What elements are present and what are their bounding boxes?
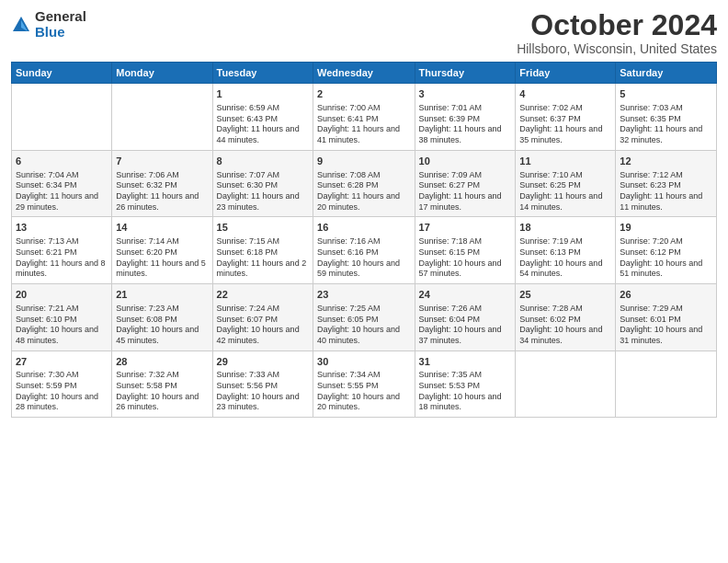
day-number: 19 — [620, 221, 712, 235]
calendar-cell — [112, 84, 212, 151]
calendar-cell — [616, 350, 717, 418]
calendar-cell: 20Sunrise: 7:21 AM Sunset: 6:10 PM Dayli… — [12, 283, 112, 350]
calendar-cell: 12Sunrise: 7:12 AM Sunset: 6:23 PM Dayli… — [616, 150, 717, 217]
header-saturday: Saturday — [616, 63, 717, 84]
day-info: Sunrise: 7:03 AM Sunset: 6:35 PM Dayligh… — [620, 103, 712, 146]
header-thursday: Thursday — [415, 63, 516, 84]
logo: General Blue — [11, 9, 86, 40]
calendar-cell: 17Sunrise: 7:18 AM Sunset: 6:15 PM Dayli… — [415, 217, 516, 284]
day-info: Sunrise: 7:30 AM Sunset: 5:59 PM Dayligh… — [16, 370, 108, 413]
day-number: 4 — [519, 87, 611, 101]
day-number: 5 — [620, 87, 712, 101]
day-number: 13 — [16, 221, 108, 235]
calendar-cell: 19Sunrise: 7:20 AM Sunset: 6:12 PM Dayli… — [616, 217, 717, 284]
calendar-cell: 30Sunrise: 7:34 AM Sunset: 5:55 PM Dayli… — [313, 350, 415, 418]
day-number: 24 — [419, 288, 512, 302]
day-number: 30 — [317, 355, 410, 369]
day-info: Sunrise: 7:16 AM Sunset: 6:16 PM Dayligh… — [317, 236, 410, 280]
calendar-cell: 16Sunrise: 7:16 AM Sunset: 6:16 PM Dayli… — [313, 217, 415, 284]
header: General Blue October 2024 Hillsboro, Wis… — [11, 9, 717, 56]
week-row-1: 6Sunrise: 7:04 AM Sunset: 6:34 PM Daylig… — [12, 150, 717, 217]
header-wednesday: Wednesday — [313, 63, 415, 84]
day-number: 14 — [116, 221, 208, 235]
subtitle: Hillsboro, Wisconsin, United States — [517, 41, 717, 56]
calendar-cell: 28Sunrise: 7:32 AM Sunset: 5:58 PM Dayli… — [112, 350, 212, 418]
logo-text: General Blue — [35, 9, 86, 40]
calendar-cell: 27Sunrise: 7:30 AM Sunset: 5:59 PM Dayli… — [12, 350, 112, 418]
day-info: Sunrise: 6:59 AM Sunset: 6:43 PM Dayligh… — [217, 103, 309, 146]
calendar-cell: 15Sunrise: 7:15 AM Sunset: 6:18 PM Dayli… — [212, 217, 313, 284]
day-number: 10 — [419, 155, 512, 168]
day-info: Sunrise: 7:28 AM Sunset: 6:02 PM Dayligh… — [519, 304, 611, 347]
day-info: Sunrise: 7:33 AM Sunset: 5:56 PM Dayligh… — [217, 370, 309, 413]
calendar-cell: 5Sunrise: 7:03 AM Sunset: 6:35 PM Daylig… — [616, 84, 717, 151]
day-info: Sunrise: 7:01 AM Sunset: 6:39 PM Dayligh… — [419, 103, 512, 146]
calendar-cell: 6Sunrise: 7:04 AM Sunset: 6:34 PM Daylig… — [12, 150, 112, 217]
day-number: 7 — [116, 155, 208, 168]
day-info: Sunrise: 7:00 AM Sunset: 6:41 PM Dayligh… — [317, 103, 410, 146]
day-info: Sunrise: 7:10 AM Sunset: 6:25 PM Dayligh… — [519, 170, 611, 213]
calendar-cell: 2Sunrise: 7:00 AM Sunset: 6:41 PM Daylig… — [313, 84, 415, 151]
calendar-cell: 29Sunrise: 7:33 AM Sunset: 5:56 PM Dayli… — [212, 350, 313, 418]
day-number: 28 — [116, 355, 208, 369]
day-number: 6 — [16, 155, 108, 168]
day-number: 20 — [16, 288, 108, 302]
day-number: 23 — [317, 288, 410, 302]
day-number: 21 — [116, 288, 208, 302]
calendar-cell: 4Sunrise: 7:02 AM Sunset: 6:37 PM Daylig… — [516, 84, 616, 151]
day-info: Sunrise: 7:02 AM Sunset: 6:37 PM Dayligh… — [519, 103, 611, 146]
calendar-cell: 9Sunrise: 7:08 AM Sunset: 6:28 PM Daylig… — [313, 150, 415, 217]
header-friday: Friday — [516, 63, 616, 84]
header-row: SundayMondayTuesdayWednesdayThursdayFrid… — [12, 63, 717, 84]
day-number: 27 — [16, 355, 108, 369]
day-info: Sunrise: 7:29 AM Sunset: 6:01 PM Dayligh… — [620, 304, 712, 347]
day-number: 1 — [217, 87, 309, 101]
calendar-cell: 31Sunrise: 7:35 AM Sunset: 5:53 PM Dayli… — [415, 350, 516, 418]
day-number: 2 — [317, 87, 410, 101]
week-row-2: 13Sunrise: 7:13 AM Sunset: 6:21 PM Dayli… — [12, 217, 717, 284]
day-number: 15 — [217, 221, 309, 235]
day-info: Sunrise: 7:24 AM Sunset: 6:07 PM Dayligh… — [217, 304, 309, 347]
day-info: Sunrise: 7:23 AM Sunset: 6:08 PM Dayligh… — [116, 304, 208, 347]
calendar-body: 1Sunrise: 6:59 AM Sunset: 6:43 PM Daylig… — [12, 84, 717, 418]
day-number: 17 — [419, 221, 512, 235]
day-info: Sunrise: 7:07 AM Sunset: 6:30 PM Dayligh… — [217, 170, 309, 213]
day-info: Sunrise: 7:13 AM Sunset: 6:21 PM Dayligh… — [16, 236, 108, 280]
day-number: 26 — [620, 288, 712, 302]
calendar-cell: 10Sunrise: 7:09 AM Sunset: 6:27 PM Dayli… — [415, 150, 516, 217]
day-info: Sunrise: 7:35 AM Sunset: 5:53 PM Dayligh… — [419, 370, 512, 413]
logo-blue: Blue — [35, 25, 86, 40]
calendar-cell: 8Sunrise: 7:07 AM Sunset: 6:30 PM Daylig… — [212, 150, 313, 217]
calendar-cell: 26Sunrise: 7:29 AM Sunset: 6:01 PM Dayli… — [616, 283, 717, 350]
day-info: Sunrise: 7:21 AM Sunset: 6:10 PM Dayligh… — [16, 304, 108, 347]
day-info: Sunrise: 7:18 AM Sunset: 6:15 PM Dayligh… — [419, 236, 512, 280]
day-info: Sunrise: 7:34 AM Sunset: 5:55 PM Dayligh… — [317, 370, 410, 413]
day-number: 25 — [519, 288, 611, 302]
logo-icon — [11, 15, 31, 35]
calendar-cell: 3Sunrise: 7:01 AM Sunset: 6:39 PM Daylig… — [415, 84, 516, 151]
day-number: 3 — [419, 87, 512, 101]
calendar-cell: 13Sunrise: 7:13 AM Sunset: 6:21 PM Dayli… — [12, 217, 112, 284]
logo-general: General — [35, 9, 86, 25]
page: General Blue October 2024 Hillsboro, Wis… — [0, 0, 728, 563]
day-number: 9 — [317, 155, 410, 168]
calendar-header: SundayMondayTuesdayWednesdayThursdayFrid… — [12, 63, 717, 84]
day-info: Sunrise: 7:32 AM Sunset: 5:58 PM Dayligh… — [116, 370, 208, 413]
day-info: Sunrise: 7:06 AM Sunset: 6:32 PM Dayligh… — [116, 170, 208, 213]
week-row-0: 1Sunrise: 6:59 AM Sunset: 6:43 PM Daylig… — [12, 84, 717, 151]
calendar-cell: 14Sunrise: 7:14 AM Sunset: 6:20 PM Dayli… — [112, 217, 212, 284]
calendar-cell: 7Sunrise: 7:06 AM Sunset: 6:32 PM Daylig… — [112, 150, 212, 217]
header-tuesday: Tuesday — [212, 63, 313, 84]
week-row-3: 20Sunrise: 7:21 AM Sunset: 6:10 PM Dayli… — [12, 283, 717, 350]
calendar-cell: 1Sunrise: 6:59 AM Sunset: 6:43 PM Daylig… — [212, 84, 313, 151]
day-info: Sunrise: 7:25 AM Sunset: 6:05 PM Dayligh… — [317, 304, 410, 347]
day-number: 11 — [519, 155, 611, 168]
day-info: Sunrise: 7:09 AM Sunset: 6:27 PM Dayligh… — [419, 170, 512, 213]
day-info: Sunrise: 7:15 AM Sunset: 6:18 PM Dayligh… — [217, 236, 309, 280]
day-number: 8 — [217, 155, 309, 168]
day-info: Sunrise: 7:12 AM Sunset: 6:23 PM Dayligh… — [620, 170, 712, 213]
day-info: Sunrise: 7:26 AM Sunset: 6:04 PM Dayligh… — [419, 304, 512, 347]
calendar-cell: 24Sunrise: 7:26 AM Sunset: 6:04 PM Dayli… — [415, 283, 516, 350]
calendar-cell: 22Sunrise: 7:24 AM Sunset: 6:07 PM Dayli… — [212, 283, 313, 350]
calendar-cell: 21Sunrise: 7:23 AM Sunset: 6:08 PM Dayli… — [112, 283, 212, 350]
